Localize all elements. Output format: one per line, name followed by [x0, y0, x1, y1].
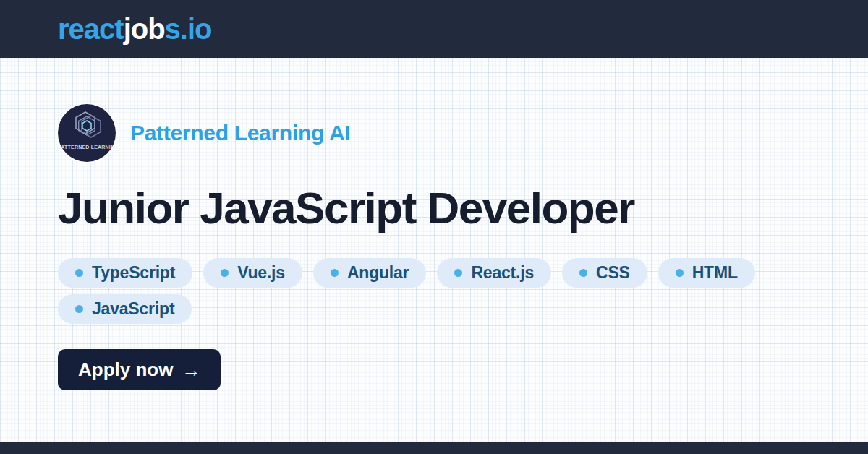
tag-bullet-icon [676, 269, 684, 277]
hexagon-logo-icon [58, 104, 116, 162]
tag-pill[interactable]: React.js [437, 258, 551, 288]
avatar-caption-text: PATTERNED LEARNING AI [58, 145, 116, 150]
company-logo-avatar: PATTERNED LEARNING AI [58, 104, 116, 162]
tag-pill[interactable]: HTML [658, 258, 755, 288]
company-name[interactable]: Patterned Learning AI [130, 121, 350, 145]
job-title: Junior JavaScript Developer [58, 184, 810, 231]
apply-now-label: Apply now [78, 359, 173, 381]
tag-label: CSS [596, 263, 630, 283]
company-row: PATTERNED LEARNING AI Patterned Learning… [58, 104, 810, 162]
site-logo-segment: react [58, 13, 124, 45]
site-logo-segment: s.io [165, 13, 212, 45]
tag-label: TypeScript [92, 263, 175, 283]
tag-bullet-icon [221, 269, 229, 277]
tag-list: TypeScriptVue.jsAngularReact.jsCSSHTMLJa… [58, 258, 810, 324]
apply-now-button[interactable]: Apply now → [58, 349, 221, 390]
tag-pill[interactable]: JavaScript [58, 294, 192, 324]
arrow-right-icon: → [182, 361, 200, 380]
tag-pill[interactable]: Vue.js [203, 258, 302, 288]
footer-bar [0, 442, 868, 454]
tag-label: Vue.js [237, 263, 285, 283]
job-card: PATTERNED LEARNING AI Patterned Learning… [0, 104, 868, 390]
tag-pill[interactable]: TypeScript [58, 258, 192, 288]
tag-label: Angular [347, 263, 409, 283]
tag-label: HTML [692, 263, 738, 283]
tag-bullet-icon [331, 269, 339, 277]
tag-pill[interactable]: Angular [313, 258, 427, 288]
tag-bullet-icon [454, 269, 462, 277]
tag-bullet-icon [579, 269, 587, 277]
tag-label: JavaScript [92, 299, 174, 319]
site-logo-segment: job [124, 13, 165, 45]
header-bar: reactjobs.io [0, 0, 868, 58]
tag-bullet-icon [75, 269, 83, 277]
site-logo[interactable]: reactjobs.io [58, 13, 212, 46]
tag-pill[interactable]: CSS [562, 258, 647, 288]
tag-label: React.js [471, 263, 534, 283]
tag-bullet-icon [75, 305, 83, 313]
